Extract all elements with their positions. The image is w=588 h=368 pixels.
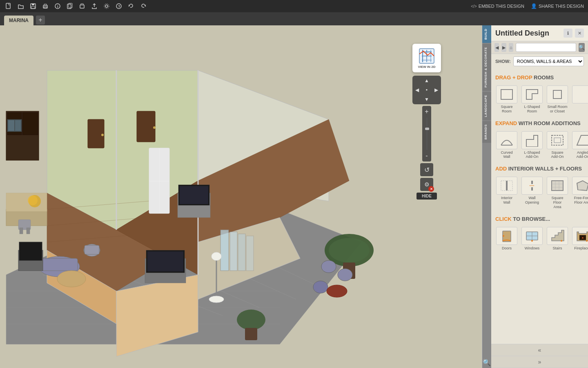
stairs-item[interactable]: Stairs: [546, 225, 569, 252]
settings-ctrl-button[interactable]: ⚙ ✕: [420, 178, 433, 191]
svg-rect-81: [6, 193, 47, 211]
freeform-floor-icon: [575, 179, 588, 192]
doors-label: Doors: [502, 246, 512, 251]
open-icon[interactable]: [16, 2, 25, 11]
svg-rect-79: [15, 120, 21, 131]
nav-down-button[interactable]: ▼: [422, 95, 431, 104]
svg-text:i: i: [57, 4, 58, 9]
svg-text:?: ?: [118, 4, 120, 9]
collapse-down-button[interactable]: »: [491, 356, 588, 368]
zoom-out-button[interactable]: -: [424, 151, 429, 161]
panel-forward-button[interactable]: ▶: [501, 43, 506, 52]
new-icon[interactable]: [4, 2, 13, 11]
panel-home-button[interactable]: ⌂: [509, 43, 513, 52]
interior-wall-item[interactable]: InteriorWall: [495, 175, 518, 211]
landscape-tab[interactable]: LANDSCAPE: [482, 92, 491, 120]
help-icon[interactable]: ?: [114, 2, 123, 11]
undo-icon[interactable]: [127, 2, 136, 11]
click-browse-header: CLICK TO BROWSE...: [495, 216, 584, 222]
curved-wall-item[interactable]: CurvedWall: [495, 130, 518, 161]
svg-rect-58: [85, 245, 99, 254]
svg-rect-61: [19, 242, 42, 260]
square-addon-item[interactable]: SquareAdd-On: [546, 130, 569, 161]
close-panel-button[interactable]: ✕: [575, 29, 584, 38]
view-2d-button[interactable]: VIEW IN 2D: [412, 44, 441, 72]
l-shaped-addon-icon-wrap: [521, 131, 543, 149]
panel-main: Untitled Design ℹ ✕ ◀ ▶ ⌂ 🔍 SHOW: ROOMS,…: [491, 25, 588, 368]
brands-tab[interactable]: BRANDS: [482, 121, 491, 143]
settings-icon[interactable]: [102, 2, 111, 11]
svg-rect-43: [88, 119, 104, 148]
square-floor-item[interactable]: Square FloorArea: [546, 175, 569, 211]
svg-point-71: [212, 252, 221, 260]
rotate-icon: ↺: [424, 166, 430, 174]
svg-rect-100: [552, 135, 563, 145]
small-room-item[interactable]: Small Roomor Closet: [546, 84, 569, 115]
doors-item[interactable]: Doors: [495, 225, 518, 252]
interior-wall-label: InteriorWall: [501, 196, 512, 205]
furnish-decorate-tab[interactable]: FURNISH & DECORATE: [482, 44, 491, 91]
svg-rect-107: [552, 181, 563, 191]
zoom-in-button[interactable]: +: [423, 107, 430, 117]
click-browse-highlight: CLICK: [495, 216, 512, 222]
angled-addon-item[interactable]: AngledAdd-On: [571, 130, 588, 161]
share-button[interactable]: 👤 SHARE THIS DESIGN: [531, 3, 584, 9]
embed-button[interactable]: </> EMBED THIS DESIGN: [471, 4, 524, 9]
svg-point-65: [321, 260, 336, 273]
svg-point-63: [329, 238, 370, 263]
svg-point-12: [104, 4, 109, 9]
panel-search-input[interactable]: [516, 43, 576, 52]
pages-icon[interactable]: [65, 2, 74, 11]
svg-rect-56: [41, 258, 78, 271]
fireplaces-item[interactable]: Fireplaces: [571, 225, 588, 252]
svg-point-120: [586, 240, 588, 242]
square-room-icon-wrap: [496, 85, 517, 103]
rotate-button[interactable]: ↺: [420, 163, 433, 176]
redo-icon[interactable]: [139, 2, 148, 11]
square-room-item[interactable]: SquareRoom: [495, 84, 518, 115]
hide-button[interactable]: HIDE: [416, 193, 437, 200]
export-icon[interactable]: [90, 2, 99, 11]
nav-up-button[interactable]: ▲: [422, 76, 431, 85]
settings-badge-icon: ✕: [430, 187, 433, 191]
nav-center-button[interactable]: ●: [422, 85, 431, 94]
print2-icon[interactable]: [78, 2, 87, 11]
nav-se: [432, 95, 441, 104]
wall-opening-item[interactable]: WallOpening: [521, 175, 543, 211]
design-canvas[interactable]: VIEW IN 2D ▲ ◀ ● ▶ ▼ +: [0, 25, 482, 368]
show-dropdown[interactable]: ROOMS, WALLS & AREAS: [513, 56, 584, 66]
square-addon-label: SquareAdd-On: [551, 150, 564, 159]
windows-item[interactable]: Windows: [521, 225, 543, 252]
panel-back-button[interactable]: ◀: [494, 43, 499, 52]
search-panel-icon[interactable]: 🔍: [482, 357, 491, 368]
settings-badge: ✕: [428, 186, 434, 192]
info-panel-button[interactable]: ℹ: [564, 29, 572, 38]
wall-opening-icon: [525, 179, 539, 192]
view2d-icon: [419, 48, 435, 64]
add-tab-button[interactable]: +: [36, 16, 45, 25]
nav-left-button[interactable]: ◀: [412, 85, 422, 94]
expand-header: EXPAND WITH ROOM ADDITIONS: [495, 120, 584, 126]
panel-search-button[interactable]: 🔍: [579, 43, 585, 52]
nav-right-button[interactable]: ▶: [432, 85, 441, 94]
freeform-floor-icon-wrap: [572, 177, 588, 195]
marina-tab[interactable]: MARINA: [4, 16, 33, 25]
build-tab[interactable]: BUILD: [482, 25, 491, 43]
info-icon[interactable]: i: [53, 2, 62, 11]
zoom-slider-track[interactable]: [426, 117, 428, 150]
embed-label: EMBED THIS DESIGN: [479, 4, 524, 9]
save-icon[interactable]: [29, 2, 38, 11]
svg-point-66: [338, 269, 352, 281]
svg-rect-85: [20, 228, 23, 234]
main-area: VIEW IN 2D ▲ ◀ ● ▶ ▼ +: [0, 25, 588, 368]
drag-drop-normal: ROOMS: [534, 74, 554, 81]
svg-rect-78: [8, 120, 14, 131]
nav-sw: [412, 95, 422, 104]
show-label: SHOW:: [495, 59, 511, 64]
print-icon[interactable]: [41, 2, 50, 11]
l-shaped-addon-item[interactable]: L-ShapedAdd-On: [521, 130, 543, 161]
collapse-up-button[interactable]: «: [491, 344, 588, 356]
svg-rect-2: [32, 4, 34, 5]
l-shaped-room-item[interactable]: L-ShapedRoom: [521, 84, 543, 115]
freeform-floor-item[interactable]: Free-FormFloor Area: [571, 175, 588, 211]
